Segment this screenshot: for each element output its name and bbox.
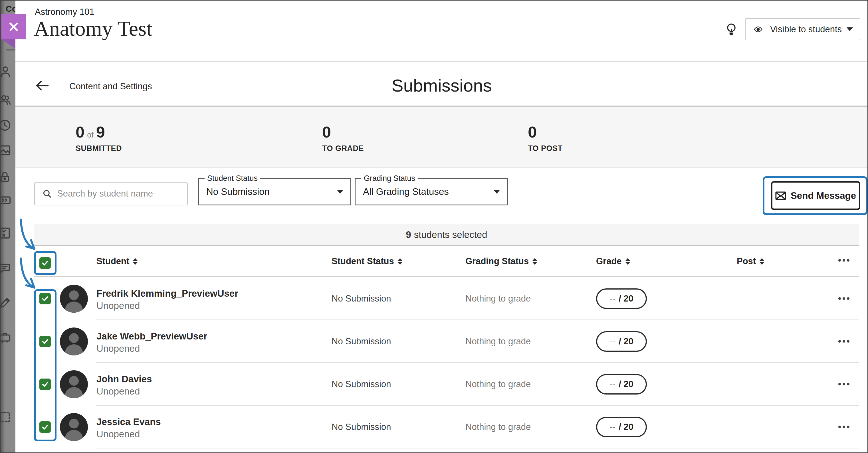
chat-icon[interactable]: [1, 262, 11, 275]
table-header-divider: [34, 276, 859, 277]
lock-icon[interactable]: [1, 170, 11, 184]
avatar: [60, 413, 88, 441]
grade-placeholder: --: [610, 422, 615, 432]
row-checkbox[interactable]: [39, 293, 51, 304]
send-message-button[interactable]: Send Message: [771, 181, 860, 210]
table-row[interactable]: John Davies Unopened No Submission Nothi…: [1, 363, 868, 406]
envelope-icon: [775, 191, 786, 200]
column-header-grade[interactable]: Grade: [596, 246, 630, 277]
student-name: John Davies: [96, 374, 152, 385]
stats-band: 0 of 9 SUBMITTED 0 TO GRADE 0 TO POST: [16, 106, 868, 168]
check-icon: [41, 295, 49, 303]
chevron-down-icon: [846, 27, 853, 31]
row-checkbox[interactable]: [39, 421, 51, 433]
column-header-student[interactable]: Student: [96, 246, 138, 277]
grade-total: / 20: [619, 336, 633, 347]
rail-peek-text: Co: [6, 4, 16, 14]
check-icon: [41, 423, 49, 431]
grade-placeholder: --: [610, 294, 615, 303]
grade-total: / 20: [619, 294, 633, 304]
clock-icon[interactable]: [1, 119, 11, 132]
column-label: Post: [737, 256, 756, 266]
image-icon[interactable]: [1, 144, 11, 157]
table-row[interactable]: Fredrik Klemming_PreviewUser Unopened No…: [1, 277, 868, 320]
check-icon: [41, 337, 49, 346]
student-substatus: Unopened: [96, 386, 152, 397]
avatar: [60, 285, 88, 313]
table-row[interactable]: Jessica Evans Unopened No Submission Not…: [1, 406, 868, 448]
grade-pill[interactable]: -- / 20: [596, 288, 647, 309]
student-name-block: Jessica Evans Unopened: [96, 417, 161, 440]
avatar: [60, 370, 88, 398]
arrow-to-select-all: [21, 220, 34, 249]
student-status-select[interactable]: Student Status No Submission: [198, 178, 351, 205]
student-name: Jake Webb_PreviewUser: [96, 331, 207, 342]
row-checkbox[interactable]: [39, 336, 51, 347]
column-header-post[interactable]: Post: [737, 246, 765, 277]
person-icon[interactable]: [1, 65, 11, 78]
selection-label: students selected: [414, 229, 487, 240]
code-icon[interactable]: [1, 194, 11, 207]
people-icon[interactable]: [1, 93, 11, 106]
visibility-dropdown[interactable]: Visible to students: [745, 18, 860, 40]
grade-placeholder: --: [610, 336, 615, 346]
sort-icon: [532, 258, 537, 265]
row-checkbox[interactable]: [39, 379, 51, 390]
table-options-menu[interactable]: [838, 259, 849, 262]
student-status-value: No Submission: [206, 179, 270, 204]
search-input[interactable]: [57, 188, 178, 199]
column-header-grading-status[interactable]: Grading Status: [465, 246, 537, 277]
student-status-cell: No Submission: [332, 277, 391, 320]
column-header-student-status[interactable]: Student Status: [332, 246, 403, 277]
stat-to-grade: 0 TO GRADE: [322, 124, 364, 153]
student-substatus: Unopened: [96, 300, 238, 311]
search-field: [34, 182, 188, 205]
sort-icon: [133, 258, 138, 265]
grade-total: / 20: [619, 379, 633, 389]
column-label: Grade: [596, 256, 622, 266]
visibility-label: Visible to students: [770, 24, 842, 34]
student-substatus: Unopened: [96, 429, 161, 440]
sort-icon: [759, 258, 765, 265]
grading-status-select[interactable]: Grading Status All Grading Statuses: [355, 178, 508, 205]
chevron-down-icon: [337, 190, 343, 194]
stat-submitted: 0 of 9 SUBMITTED: [75, 124, 122, 153]
stat-value: 0: [528, 124, 537, 140]
student-name-block: Jake Webb_PreviewUser Unopened: [96, 331, 207, 354]
column-label: Student Status: [332, 256, 394, 266]
grade-total: / 20: [619, 422, 633, 432]
grading-status-cell: Nothing to grade: [465, 277, 531, 320]
stat-to-post: 0 TO POST: [528, 124, 563, 153]
section-title: Submissions: [16, 75, 868, 96]
stat-of: of: [87, 131, 94, 139]
header-divider: [16, 61, 868, 62]
row-options-menu[interactable]: [838, 297, 849, 300]
table-row[interactable]: Jake Webb_PreviewUser Unopened No Submis…: [1, 320, 868, 363]
search-icon: [42, 189, 52, 198]
document-check-icon[interactable]: [1, 226, 11, 239]
close-icon: [8, 21, 20, 33]
row-options-menu[interactable]: [838, 383, 849, 385]
close-panel-button[interactable]: [1, 14, 26, 39]
eye-icon: [752, 25, 764, 34]
column-label: Student: [96, 256, 129, 266]
row-options-menu[interactable]: [838, 426, 849, 428]
student-name: Fredrik Klemming_PreviewUser: [96, 288, 238, 299]
grade-placeholder: --: [610, 379, 615, 389]
student-status-cell: No Submission: [332, 320, 391, 363]
stat-label: TO POST: [528, 144, 563, 153]
column-label: Grading Status: [465, 256, 529, 266]
course-name: Astronomy 101: [35, 7, 94, 17]
grade-pill[interactable]: -- / 20: [596, 331, 647, 352]
select-all-checkbox[interactable]: [39, 257, 51, 269]
stat-label: SUBMITTED: [75, 144, 122, 153]
stat-value: 0: [75, 124, 85, 140]
check-icon: [41, 259, 49, 267]
grade-pill[interactable]: -- / 20: [596, 374, 647, 394]
grade-pill[interactable]: -- / 20: [596, 417, 647, 437]
stat-value: 0: [322, 124, 331, 140]
grading-status-cell: Nothing to grade: [465, 320, 531, 363]
row-options-menu[interactable]: [838, 340, 849, 343]
lightbulb-icon[interactable]: [725, 23, 737, 36]
check-icon: [41, 380, 49, 388]
